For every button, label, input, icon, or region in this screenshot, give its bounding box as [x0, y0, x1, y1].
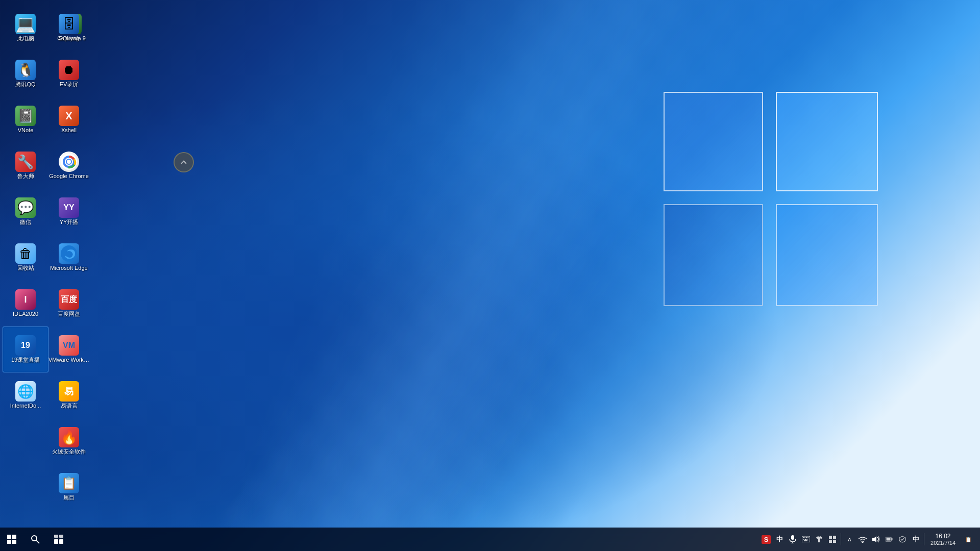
mulu-label: 属目	[63, 494, 75, 501]
ime-chinese-indicator[interactable]: 中	[773, 528, 786, 551]
edge-icon	[59, 243, 79, 264]
icons-col2: 🗄 SQLyog ⏺ EV录屏 X Xshell	[46, 0, 92, 510]
desktop-icon-internet[interactable]: 🌐 InternetDo...	[3, 372, 48, 418]
vnote-label: VNote	[18, 127, 34, 134]
desktop-icon-yiyuyan[interactable]: 易 易语言	[46, 372, 92, 418]
svg-rect-15	[791, 535, 794, 540]
svg-rect-25	[806, 539, 807, 540]
yy-icon: YY	[59, 197, 79, 218]
qq-label: 腾讯QQ	[15, 81, 35, 88]
svg-rect-22	[807, 537, 808, 538]
xshell-label: Xshell	[61, 127, 77, 134]
search-button[interactable]	[23, 528, 47, 551]
idea-label: IDEA2020	[13, 311, 38, 317]
task-view-button[interactable]	[47, 528, 70, 551]
tray-separator	[841, 533, 841, 545]
keyboard-tray-icon[interactable]	[800, 528, 812, 551]
mulu-icon: 📋	[59, 473, 79, 493]
chrome-icon	[59, 152, 79, 172]
network-tray-icon[interactable]	[856, 528, 869, 551]
svg-rect-8	[12, 540, 16, 544]
svg-rect-35	[887, 538, 891, 541]
desktop-icon-edge[interactable]: Microsoft Edge	[46, 235, 92, 281]
svg-point-3	[67, 160, 71, 164]
desktop-icon-wechat[interactable]: 💬 微信	[3, 189, 48, 235]
internet-icon: 🌐	[15, 381, 36, 402]
grid-tray-icon[interactable]	[826, 528, 839, 551]
svg-rect-7	[7, 540, 11, 544]
sqlyog-label: SQLyog	[59, 35, 79, 42]
clock-time: 16:02	[936, 533, 951, 540]
desktop-icon-chrome[interactable]: Google Chrome	[46, 143, 92, 189]
recycle-icon: 🗑	[15, 243, 36, 264]
sqlyog-icon: 🗄	[59, 14, 79, 34]
svg-rect-29	[829, 540, 832, 543]
clothing-tray-icon[interactable]	[813, 528, 825, 551]
win-logo-pane-tl	[664, 92, 763, 191]
ev-icon: ⏺	[59, 60, 79, 80]
svg-rect-23	[803, 539, 804, 540]
mic-tray-icon[interactable]	[787, 528, 799, 551]
desktop-icon-vmware[interactable]: VM VMware Workstati...	[46, 327, 92, 372]
desktop-icon-yy[interactable]: YY YY开播	[46, 189, 92, 235]
svg-rect-34	[892, 538, 893, 540]
yiyuyan-icon: 易	[59, 381, 79, 402]
taskbar: S 中	[0, 528, 980, 551]
tray-separator-2	[924, 533, 924, 545]
windows-logo	[664, 92, 878, 306]
desktop-icon-ev[interactable]: ⏺ EV录屏	[46, 51, 92, 97]
desktop-icon-idea[interactable]: I IDEA2020	[3, 281, 48, 327]
recycle-label: 回收站	[17, 265, 34, 271]
taskbar-right: S 中	[760, 528, 980, 551]
chrome-label: Google Chrome	[49, 173, 89, 180]
desktop-icon-19ke[interactable]: 19 19课堂直播	[3, 327, 48, 372]
desktop-icon-huoxing[interactable]: 🔥 火绒安全软件	[46, 418, 92, 464]
svg-rect-26	[804, 540, 807, 541]
internet-label: InternetDo...	[10, 403, 41, 409]
ludashan-label: 鲁大师	[17, 173, 34, 180]
desktop-icon-mulu[interactable]: 📋 属目	[46, 464, 92, 510]
expand-tray-button[interactable]: ∧	[843, 528, 855, 551]
lang-switcher-tray[interactable]: 中	[910, 528, 922, 551]
desktop-icon-qq[interactable]: 🐧 腾讯QQ	[3, 51, 48, 97]
svg-rect-6	[12, 535, 16, 539]
svg-rect-24	[805, 539, 806, 540]
svg-rect-27	[829, 536, 832, 539]
battery-tray-icon[interactable]	[883, 528, 895, 551]
desktop-icon-sqlyog[interactable]: 🗄 SQLyog	[46, 5, 92, 51]
xshell-icon: X	[59, 106, 79, 126]
wps-indicator[interactable]: S	[760, 528, 772, 551]
desktop-icon-baidu[interactable]: 百度 百度网盘	[46, 281, 92, 327]
wechat-label: 微信	[20, 219, 31, 226]
svg-marker-32	[872, 536, 876, 542]
security-tray-icon[interactable]	[896, 528, 909, 551]
19ke-label: 19课堂直播	[11, 357, 40, 363]
svg-rect-21	[806, 537, 807, 538]
volume-tray-icon[interactable]	[870, 528, 882, 551]
huoxing-label: 火绒安全软件	[52, 448, 86, 455]
qq-icon: 🐧	[15, 60, 36, 80]
start-button[interactable]	[0, 528, 23, 551]
desktop-icon-pc[interactable]: 💻 此电脑	[3, 5, 48, 51]
19ke-icon: 19	[15, 335, 36, 356]
show-desktop-button[interactable]: 📋	[961, 528, 976, 551]
edge-label: Microsoft Edge	[50, 265, 87, 271]
win-logo-pane-tr	[776, 92, 878, 191]
win-logo-pane-br	[776, 204, 878, 306]
svg-rect-12	[59, 535, 63, 538]
desktop-icon-ludashan[interactable]: 🔧 鲁大师	[3, 143, 48, 189]
clock[interactable]: 16:02 2021/7/14	[926, 528, 960, 551]
desktop-icon-xshell[interactable]: X Xshell	[46, 97, 92, 143]
ludashan-icon: 🔧	[15, 152, 36, 172]
baidu-label: 百度网盘	[58, 311, 80, 317]
vmware-label: VMware Workstati...	[48, 357, 89, 363]
svg-rect-19	[803, 537, 804, 538]
vnote-icon: 📓	[15, 106, 36, 126]
svg-rect-13	[54, 539, 58, 544]
taskbar-left	[0, 528, 70, 551]
svg-rect-20	[804, 537, 805, 538]
desktop-icon-vnote[interactable]: 📓 VNote	[3, 97, 48, 143]
svg-rect-11	[54, 535, 58, 538]
desktop-icon-recycle[interactable]: 🗑 回收站	[3, 235, 48, 281]
huoxing-icon: 🔥	[59, 427, 79, 447]
